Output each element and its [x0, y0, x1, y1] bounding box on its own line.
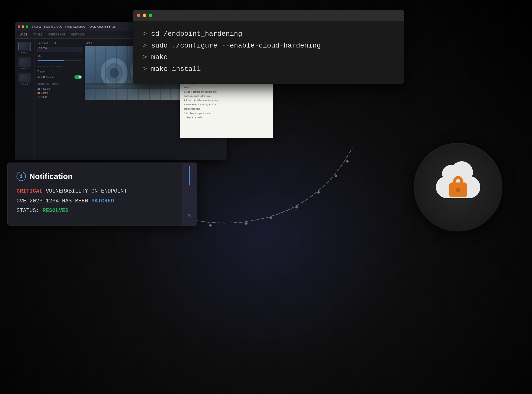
- notification-sidebar: ×: [182, 163, 197, 226]
- lock-shackle: [453, 176, 463, 185]
- radio-code[interactable]: Code: [37, 96, 82, 98]
- tab-reference[interactable]: REFERENCE: [48, 31, 66, 38]
- notification-accent-bar: [189, 166, 190, 185]
- note-slider[interactable]: [37, 60, 82, 61]
- notification-line1: CRITICAL VULNERABILITY ON ENDPOINT: [17, 186, 173, 196]
- svg-point-3: [110, 68, 119, 78]
- terminal-line-3: > make: [143, 51, 394, 63]
- notification-close-button[interactable]: ×: [188, 212, 191, 219]
- notification-line3: STATUS: RESOLVED: [17, 206, 173, 216]
- notification-card: i Notification CRITICAL VULNERABILITY ON…: [7, 163, 197, 226]
- notification-info-icon: i: [17, 172, 26, 181]
- svg-point-1: [101, 58, 128, 88]
- sidebar-item-view1[interactable]: View 1: [18, 42, 31, 54]
- exposure-input[interactable]: 26.000: [37, 47, 82, 52]
- terminal-line-1: > cd /endpoint_hardening: [143, 28, 394, 40]
- radio-status[interactable]: Status: [37, 92, 82, 94]
- radio-circle-code: [37, 96, 40, 98]
- notification-line2: CVE-2023-1234 HAS BEEN PATCHED: [17, 196, 173, 206]
- notification-message: CRITICAL VULNERABILITY ON ENDPOINT CVE-2…: [17, 186, 173, 216]
- terminal-dot-red[interactable]: [137, 14, 140, 17]
- auto-detection-toggle[interactable]: [74, 75, 82, 79]
- app-dot-red[interactable]: [18, 25, 20, 28]
- sidebar-item-view2[interactable]: View 2: [18, 57, 31, 70]
- radio-circle-objects: [37, 88, 40, 90]
- cloud-lock-icon: [436, 169, 480, 206]
- app-dot-yellow[interactable]: [22, 25, 24, 28]
- tab-image[interactable]: IMAGE: [18, 31, 28, 38]
- terminal-dot-green[interactable]: [149, 14, 152, 17]
- auto-detection-toggle-row: Auto Detection: [37, 75, 82, 79]
- terminal-dot-yellow[interactable]: [143, 14, 146, 17]
- radio-objects[interactable]: Objects: [37, 88, 82, 90]
- radio-circle-status: [37, 92, 40, 94]
- terminal-body: > cd /endpoint_hardening > sudo ./config…: [133, 21, 404, 84]
- terminal-line-4: > make install: [143, 63, 394, 75]
- sidebar-item-view3[interactable]: View 3: [18, 73, 31, 85]
- breadcrumb: Inspect › Bottling Line A2 › Filling Sta…: [32, 25, 116, 28]
- patched-label: PATCHED: [91, 198, 114, 204]
- critical-label: CRITICAL: [17, 188, 43, 194]
- terminal-line-2: > sudo ./configure --enable-cloud-harden…: [143, 40, 394, 52]
- notification-title: Notification: [29, 172, 73, 181]
- svg-point-2: [106, 63, 123, 83]
- tab-settings[interactable]: SETTINGS: [70, 31, 85, 38]
- app-dot-green[interactable]: [26, 25, 28, 28]
- detection-mode-group: Objects Status Code: [37, 88, 82, 98]
- cloud-lock-circle: [414, 143, 502, 231]
- app-controls: EXPOSURE PRE. 26.000 NOTE ADVANCED SETTI…: [37, 42, 82, 156]
- resolved-label: RESOLVED: [43, 208, 69, 214]
- terminal-window: > cd /endpoint_hardening > sudo ./config…: [133, 10, 404, 84]
- notification-body: i Notification CRITICAL VULNERABILITY ON…: [8, 163, 182, 226]
- app-sidebar: View 1 View 2 View 3: [15, 39, 34, 159]
- tab-tools[interactable]: TOOLS: [32, 31, 43, 38]
- terminal-titlebar: [133, 10, 404, 21]
- notification-header: i Notification: [17, 172, 173, 181]
